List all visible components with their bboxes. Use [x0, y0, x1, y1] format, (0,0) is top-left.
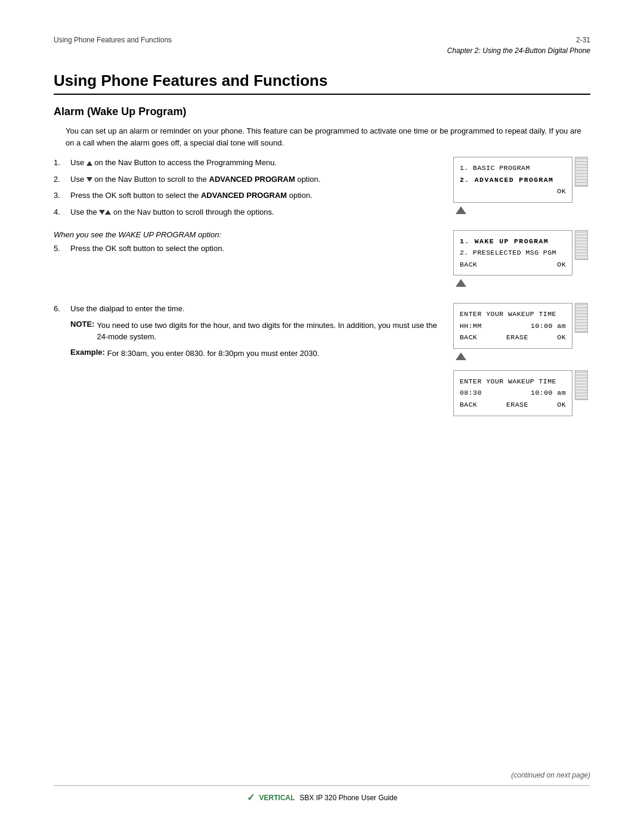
display2-back: BACK — [460, 259, 477, 271]
step-3: 3. Press the OK soft button to select th… — [54, 190, 447, 202]
logo-check-icon: ✓ — [247, 792, 255, 803]
display-1-with-scroll: 1. BASIC PROGRAM 2. ADVANCED PROGRAM OK — [453, 157, 590, 206]
nav-down-icon-2 — [99, 210, 105, 215]
note-content: You need to use two digits for the hour,… — [97, 320, 447, 343]
scroll-bar-1 — [575, 157, 588, 187]
display2-line3: BACK OK — [460, 259, 566, 271]
step-6-num: 6. — [54, 303, 67, 315]
step-6-area: 6. Use the dialpad to enter the time. NO… — [54, 303, 590, 428]
step-3-num: 3. — [54, 190, 67, 202]
display3-back: BACK — [460, 332, 477, 343]
display1-ok: OK — [557, 185, 566, 197]
displays-3-4: ENTER YOUR WAKEUP TIME HH:MM 10:00 am BA… — [447, 303, 590, 428]
display4-erase: ERASE — [506, 399, 528, 411]
display4-ok: OK — [557, 399, 566, 411]
step-1-num: 1. — [54, 157, 67, 169]
step-6-left: 6. Use the dialpad to enter the time. NO… — [54, 303, 447, 363]
display3-line2: HH:MM 10:00 am — [460, 320, 566, 332]
page: Using Phone Features and Functions 2-31 … — [0, 0, 644, 833]
footer-divider — [54, 785, 590, 786]
step-6: 6. Use the dialpad to enter the time. — [54, 303, 447, 315]
scroll-bar-4 — [575, 370, 588, 400]
display2-ok: OK — [557, 259, 566, 271]
display-2-with-scroll: 1. WAKE UP PROGRAM 2. PRESELECTED MSG PG… — [453, 230, 590, 280]
display4-back: BACK — [460, 399, 477, 411]
display3-hhmm: HH:MM — [460, 320, 482, 332]
step-4-body: Use the on the Nav button to scroll thro… — [70, 206, 447, 218]
steps-list: 1. Use on the Nav Button to access the P… — [54, 157, 447, 218]
step-4: 4. Use the on the Nav button to scroll t… — [54, 206, 447, 218]
step-2-num: 2. — [54, 174, 67, 185]
display-1-group: 1. BASIC PROGRAM 2. ADVANCED PROGRAM OK — [453, 157, 590, 216]
phone-display-3: ENTER YOUR WAKEUP TIME HH:MM 10:00 am BA… — [453, 303, 572, 349]
up-arrow-icon-3 — [456, 352, 466, 360]
example-label: Example: — [70, 348, 105, 360]
page-footer: (continued on next page) ✓ VERTICAL SBX … — [0, 771, 644, 803]
display-3-arrow — [453, 352, 590, 362]
header-left: Using Phone Features and Functions — [54, 36, 172, 44]
footer-product: SBX IP 320 Phone User Guide — [300, 794, 398, 802]
display3-erase: ERASE — [506, 332, 528, 343]
display4-line2: 08:30 10:00 am — [460, 387, 566, 399]
steps-1-4-area: 1. Use on the Nav Button to access the P… — [54, 157, 590, 224]
up-arrow-icon-1 — [456, 206, 466, 214]
footer-bottom: ✓ VERTICAL SBX IP 320 Phone User Guide — [54, 792, 590, 803]
display1-line3: OK — [460, 185, 566, 197]
page-title: Using Phone Features and Functions — [54, 72, 590, 95]
display-4-with-scroll: ENTER YOUR WAKEUP TIME 08:30 10:00 am BA… — [453, 370, 590, 420]
step-1-body: Use on the Nav Button to access the Prog… — [70, 157, 447, 169]
display-1-area: 1. BASIC PROGRAM 2. ADVANCED PROGRAM OK — [447, 157, 590, 224]
section-title: Alarm (Wake Up Program) — [54, 106, 590, 118]
display-4-group: ENTER YOUR WAKEUP TIME 08:30 10:00 am BA… — [453, 370, 590, 420]
step-5-num: 5. — [54, 243, 67, 255]
display3-ok: OK — [557, 332, 566, 343]
display-1-arrow — [453, 206, 590, 216]
display1-line2: 2. ADVANCED PROGRAM — [460, 174, 566, 186]
note-block: NOTE: You need to use two digits for the… — [70, 320, 447, 343]
display4-time: 08:30 — [460, 387, 482, 399]
note-label: NOTE: — [70, 320, 94, 343]
step-6-body: Use the dialpad to enter the time. — [70, 303, 447, 315]
nav-up-icon — [86, 161, 92, 166]
step-5: 5. Press the OK soft button to select th… — [54, 243, 447, 255]
intro-text: You can set up an alarm or reminder on y… — [66, 125, 590, 148]
display-2-area: 1. WAKE UP PROGRAM 2. PRESELECTED MSG PG… — [447, 230, 590, 298]
example-block: Example: For 8:30am, you enter 0830. for… — [70, 348, 447, 360]
display2-line2: 2. PRESELECTED MSG PGM — [460, 247, 566, 259]
page-header: Using Phone Features and Functions 2-31 — [0, 0, 644, 47]
step-3-body: Press the OK soft button to select the A… — [70, 190, 447, 202]
display-2-arrow — [453, 279, 590, 289]
display3-time: 10:00 am — [531, 320, 566, 332]
display2-line1: 1. WAKE UP PROGRAM — [460, 236, 566, 247]
step-6-list: 6. Use the dialpad to enter the time. — [54, 303, 447, 315]
step-4-num: 4. — [54, 206, 67, 218]
display-3-with-scroll: ENTER YOUR WAKEUP TIME HH:MM 10:00 am BA… — [453, 303, 590, 352]
steps-1-4: 1. Use on the Nav Button to access the P… — [54, 157, 447, 222]
display3-line3: BACK ERASE OK — [460, 332, 566, 343]
logo-text: VERTICAL — [259, 794, 295, 802]
display1-line1: 1. BASIC PROGRAM — [460, 162, 566, 174]
scroll-bar-3 — [575, 303, 588, 333]
nav-down-icon — [86, 177, 92, 182]
italic-note: When you see the WAKE UP PROGRAM option: — [54, 230, 447, 239]
step-2-body: Use on the Nav Button to scroll to the A… — [70, 174, 447, 185]
phone-display-4: ENTER YOUR WAKEUP TIME 08:30 10:00 am BA… — [453, 370, 572, 416]
display4-line1: ENTER YOUR WAKEUP TIME — [460, 376, 566, 388]
display-3-group: ENTER YOUR WAKEUP TIME HH:MM 10:00 am BA… — [453, 303, 590, 362]
main-content: Using Phone Features and Functions Alarm… — [0, 61, 644, 458]
phone-display-1: 1. BASIC PROGRAM 2. ADVANCED PROGRAM OK — [453, 157, 572, 203]
up-arrow-icon-2 — [456, 279, 466, 287]
display-2-group: 1. WAKE UP PROGRAM 2. PRESELECTED MSG PG… — [453, 230, 590, 289]
step-5-left: When you see the WAKE UP PROGRAM option:… — [54, 230, 447, 259]
nav-up-icon-2 — [105, 210, 111, 215]
header-right: 2-31 — [576, 36, 590, 44]
header-chapter: Chapter 2: Using the 24-Button Digital P… — [0, 47, 644, 61]
display4-line3: BACK ERASE OK — [460, 399, 566, 411]
scroll-bar-2 — [575, 230, 588, 260]
phone-display-2: 1. WAKE UP PROGRAM 2. PRESELECTED MSG PG… — [453, 230, 572, 276]
step-5-area: When you see the WAKE UP PROGRAM option:… — [54, 230, 590, 298]
example-content: For 8:30am, you enter 0830. for 8:30pm y… — [107, 348, 320, 360]
step-5-list: 5. Press the OK soft button to select th… — [54, 243, 447, 255]
display3-line1: ENTER YOUR WAKEUP TIME — [460, 308, 566, 320]
step-2: 2. Use on the Nav Button to scroll to th… — [54, 174, 447, 185]
